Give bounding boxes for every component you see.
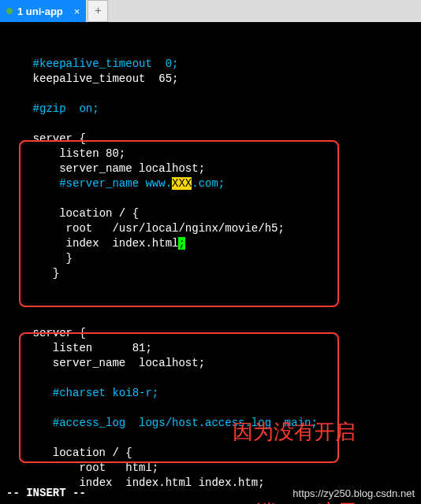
code-line: server {: [33, 327, 86, 339]
code-line: server_name localhost;: [53, 357, 205, 369]
code-content: #keepalive_timeout 0; keepalive_timeout …: [6, 42, 421, 491]
plus-icon: +: [95, 5, 101, 17]
code-line: server {: [33, 132, 86, 145]
code-line: #charset koi8-r;: [53, 387, 158, 399]
close-icon[interactable]: ×: [74, 6, 80, 17]
tab-title: 1 uni-app: [17, 6, 63, 17]
code-line: }: [59, 252, 73, 265]
code-line: .com;: [192, 177, 225, 190]
code-line: server_name localhost;: [59, 162, 205, 175]
cursor: ;: [178, 237, 184, 250]
code-line: #server_name www.: [59, 177, 172, 190]
tab-bar: 1 uni-app × +: [0, 0, 421, 22]
highlighted-text: XXX: [172, 177, 192, 190]
watermark-text: https://zy250.blog.csdn.net: [292, 486, 415, 501]
code-line: listen 81;: [53, 342, 152, 354]
code-line: index index.html index.htm;: [79, 476, 264, 489]
modified-dot-icon: [6, 8, 13, 14]
code-line: #gzip on;: [33, 102, 99, 115]
new-tab-button[interactable]: +: [88, 0, 108, 22]
tab-uniapp[interactable]: 1 uni-app ×: [0, 0, 86, 22]
code-line: }: [53, 267, 59, 280]
code-line: location / {: [59, 207, 139, 220]
code-line: listen 80;: [59, 147, 125, 160]
code-line: index index.html: [59, 237, 178, 250]
code-line: keepalive_timeout 65;: [33, 72, 179, 85]
code-line: root /usr/local/nginx/movie/h5;: [59, 222, 285, 235]
editor-area[interactable]: #keepalive_timeout 0; keepalive_timeout …: [0, 22, 421, 504]
code-line: location / {: [53, 447, 132, 459]
code-line: root html;: [79, 461, 158, 474]
code-line: #access_log logs/host.access.log main;: [53, 417, 318, 429]
code-line: #keepalive_timeout 0;: [33, 57, 179, 70]
vim-mode-status: -- INSERT --: [6, 486, 86, 501]
